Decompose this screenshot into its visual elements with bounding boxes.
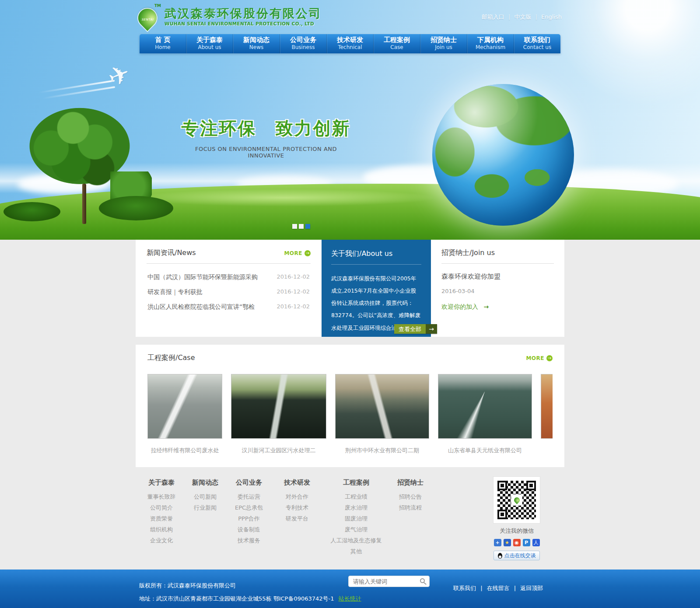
qzone-icon[interactable]: ★ (504, 539, 511, 546)
join-item-link[interactable]: 森泰环保欢迎你加盟 (441, 273, 554, 281)
online-message-link[interactable]: 在线留言 (487, 585, 510, 591)
footer-link[interactable]: 企业文化 (139, 535, 184, 546)
hero-banner: ✈ 专注环保 致力创新 FOCUS ON ENVIRONMENTAL PROTE… (0, 0, 700, 240)
case-item[interactable]: 山东省单县天元纸业有限公司 (438, 374, 532, 454)
contact-us-link[interactable]: 联系我们 (453, 585, 476, 591)
news-item[interactable]: 中国（武汉）国际节能环保暨新能源采购 2016-12-02 (147, 270, 311, 285)
footer-link[interactable]: 其他 (323, 546, 389, 557)
online-chat-button[interactable]: 点击在线交谈 (494, 551, 540, 560)
carousel-dot-1[interactable] (292, 224, 297, 229)
waterdrop-mini-icon (513, 496, 521, 504)
nav-home[interactable]: 首 页 Home (140, 34, 186, 53)
footer-link[interactable]: 人工湿地及生态修复 (323, 535, 389, 546)
footer-link[interactable]: 公司简介 (139, 502, 184, 513)
nav-label-zh: 新闻动态 (233, 36, 280, 44)
footer-col-title[interactable]: 技术研发 (271, 479, 323, 487)
case-panel: 工程案例/Case MORE → 拉经纬纤维有限公司废水处 汉川新河工业园区污水… (136, 345, 564, 467)
search-input[interactable] (349, 576, 414, 587)
nav-case[interactable]: 工程案例 Case (373, 34, 420, 53)
view-all-button[interactable]: 查看全部 → (394, 324, 437, 334)
case-item-partial[interactable] (541, 374, 553, 454)
green-earth-globe (432, 84, 574, 226)
nav-label-en: News (233, 44, 280, 51)
news-list: 中国（武汉）国际节能环保暨新能源采购 2016-12-02 研发喜报｜专利获批 … (147, 270, 311, 314)
footer-link[interactable]: 董事长致辞 (139, 491, 184, 502)
footer-link[interactable]: 设备制造 (227, 524, 271, 535)
footer-link[interactable]: 废水治理 (323, 502, 389, 513)
news-more-link[interactable]: MORE → (284, 250, 311, 256)
chat-button-label: 点击在线交谈 (504, 552, 536, 559)
footer-link[interactable]: 废气治理 (323, 524, 389, 535)
qr-finder-square (497, 510, 507, 519)
tencent-weibo-icon[interactable]: P (523, 539, 530, 546)
nav-technical[interactable]: 技术研发 Technical (326, 34, 373, 53)
news-item[interactable]: 洪山区人民检察院莅临我公司宣讲“鄂检 2016-12-02 (147, 300, 311, 314)
back-to-top-link[interactable]: 返回顶部 (520, 585, 543, 591)
plane-contrail (42, 86, 116, 99)
case-photo (147, 374, 222, 439)
case-item[interactable]: 汉川新河工业园区污水处理二 (231, 374, 326, 454)
news-item[interactable]: 研发喜报｜专利获批 2016-12-02 (147, 285, 311, 300)
footer-link[interactable]: 委托运营 (227, 491, 271, 502)
case-more-link[interactable]: MORE → (526, 355, 553, 361)
case-photo (231, 374, 326, 439)
qr-finder-square (526, 481, 536, 490)
about-title: 关于我们/About us (331, 249, 421, 259)
company-logo[interactable]: SENTAI TM 武汉森泰环保股份有限公司 WUHAN SENTAI ENVI… (136, 3, 322, 30)
nav-mechanism[interactable]: 下属机构 Mechanism (467, 34, 514, 53)
footer-link[interactable]: 招聘公告 (389, 491, 431, 502)
footer-link[interactable]: 固废治理 (323, 513, 389, 524)
footer-link[interactable]: 工程业绩 (323, 491, 389, 502)
grass-highlight (131, 189, 438, 206)
footer-link[interactable]: 资质荣誉 (139, 513, 184, 524)
footer-link[interactable]: 技术服务 (227, 535, 271, 546)
nav-contact[interactable]: 联系我们 Contact us (514, 34, 560, 53)
footer-link[interactable]: PPP合作 (227, 513, 271, 524)
case-caption: 荆州市中环水业有限公司二期 (335, 447, 429, 454)
footer-link[interactable]: 对外合作 (271, 491, 323, 502)
arrow-right-icon: → (426, 324, 437, 334)
qr-center-logo (511, 495, 522, 505)
nav-label-en: Technical (327, 44, 373, 51)
footer-link[interactable]: 招聘流程 (389, 502, 431, 513)
footer-link[interactable]: 组织机构 (139, 524, 184, 535)
case-item[interactable]: 拉经纬纤维有限公司废水处 (147, 374, 222, 454)
footer-col-title[interactable]: 工程案例 (323, 479, 389, 487)
footer-col-title[interactable]: 关于森泰 (139, 479, 184, 487)
footer-link[interactable]: 行业新闻 (184, 502, 227, 513)
footer-col-title[interactable]: 招贤纳士 (389, 479, 431, 487)
footer-link[interactable]: 专利技术 (271, 502, 323, 513)
share-icon[interactable]: + (494, 539, 501, 546)
weibo-icon[interactable]: ◉ (513, 539, 521, 546)
footer-col-title[interactable]: 公司业务 (227, 479, 271, 487)
nav-label-zh: 技术研发 (327, 36, 373, 44)
join-title: 招贤纳士/Join us (441, 248, 495, 258)
nav-business[interactable]: 公司业务 Business (280, 34, 326, 53)
nav-news[interactable]: 新闻动态 News (233, 34, 280, 53)
divider (441, 263, 554, 264)
carousel-dot-3-active[interactable] (305, 224, 310, 229)
footer-col-title[interactable]: 新闻动态 (184, 479, 227, 487)
nav-label-zh: 首 页 (140, 36, 186, 44)
case-item[interactable]: 荆州市中环水业有限公司二期 (335, 374, 429, 454)
chinese-version-link[interactable]: 中文版 (514, 14, 531, 20)
view-all-label: 查看全部 (394, 324, 426, 334)
welcome-join-link[interactable]: 欢迎你的加入 → (441, 303, 554, 311)
english-version-link[interactable]: English (541, 14, 562, 20)
mailbox-link[interactable]: 邮箱入口 (482, 14, 504, 20)
site-stats-link[interactable]: 站长统计 (339, 595, 361, 602)
carousel-dot-2[interactable] (299, 224, 304, 229)
arrow-right-icon: → (483, 303, 489, 310)
footer-link[interactable]: 研发平台 (271, 513, 323, 524)
site-footer: 关于森泰 董事长致辞 公司简介 资质荣誉 组织机构 企业文化 新闻动态 公司新闻… (136, 472, 564, 570)
news-panel: 新闻资讯/News MORE → 中国（武汉）国际节能环保暨新能源采购 2016… (136, 240, 322, 337)
renren-icon[interactable]: 人 (532, 539, 540, 546)
top-utility-links: 邮箱入口 | 中文版 | English (482, 13, 562, 21)
footer-link[interactable]: EPC总承包 (227, 502, 271, 513)
nav-label-zh: 招贤纳士 (420, 36, 467, 44)
footer-link[interactable]: 公司新闻 (184, 491, 227, 502)
case-photo (541, 374, 553, 439)
nav-join-us[interactable]: 招贤纳士 Join us (420, 34, 467, 53)
social-icons-row: + ★ ◉ P 人 (494, 539, 540, 546)
nav-about[interactable]: 关于森泰 About us (186, 34, 233, 53)
